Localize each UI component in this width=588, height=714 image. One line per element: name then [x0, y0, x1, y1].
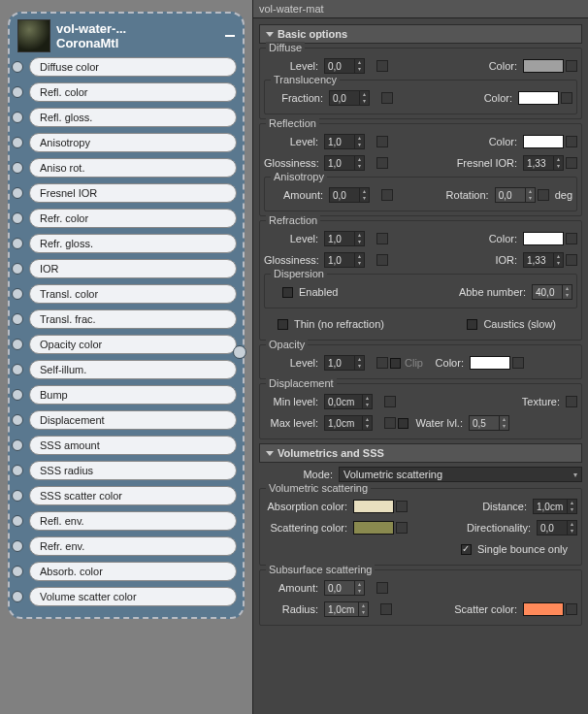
spinner[interactable]: 1,0▴▾ — [324, 252, 365, 268]
spinner[interactable]: 0,0▴▾ — [324, 58, 365, 74]
spinner[interactable]: 1,0▴▾ — [324, 355, 365, 371]
map-slot[interactable] — [376, 136, 388, 147]
slot-label[interactable]: Displacement — [29, 410, 237, 430]
input-port[interactable] — [12, 591, 23, 602]
mode-select[interactable]: Volumetric scattering — [339, 467, 582, 482]
map-slot[interactable] — [561, 92, 572, 104]
color-swatch[interactable] — [523, 135, 564, 148]
input-port[interactable] — [12, 238, 23, 249]
checkbox[interactable] — [398, 418, 408, 429]
input-port[interactable] — [12, 364, 23, 375]
color-swatch[interactable] — [353, 500, 394, 513]
map-slot[interactable] — [376, 357, 388, 369]
input-port[interactable] — [12, 137, 23, 148]
input-port[interactable] — [12, 288, 23, 300]
slot-label[interactable]: Transl. frac. — [29, 309, 237, 329]
map-slot[interactable] — [566, 233, 577, 244]
checkbox[interactable] — [467, 319, 477, 330]
map-slot[interactable] — [381, 189, 393, 201]
rollout-basic[interactable]: Basic options — [259, 24, 582, 44]
slot-label[interactable]: IOR — [29, 259, 237, 278]
input-port[interactable] — [12, 61, 23, 73]
spinner[interactable]: 1,33▴▾ — [523, 252, 564, 268]
spinner[interactable]: 1,0cm▴▾ — [324, 415, 373, 431]
map-slot[interactable] — [566, 60, 577, 72]
color-swatch[interactable] — [518, 91, 559, 105]
map-slot[interactable] — [384, 417, 396, 429]
input-port[interactable] — [12, 86, 23, 98]
input-port[interactable] — [12, 465, 23, 476]
spinner[interactable]: 1,0▴▾ — [324, 231, 365, 246]
spinner[interactable]: 0,0cm▴▾ — [324, 394, 373, 409]
slot-label[interactable]: Transl. color — [29, 284, 237, 304]
input-port[interactable] — [12, 162, 23, 174]
spinner[interactable]: 0,0▴▾ — [537, 520, 577, 536]
input-port[interactable] — [12, 187, 23, 199]
slot-label[interactable]: Refr. env. — [29, 536, 237, 556]
slot-label[interactable]: Refl. gloss. — [29, 108, 237, 127]
map-slot[interactable] — [376, 582, 388, 594]
map-slot[interactable] — [376, 254, 388, 266]
map-slot[interactable] — [566, 157, 577, 169]
map-slot[interactable] — [566, 254, 577, 266]
input-port[interactable] — [12, 389, 23, 401]
checkbox[interactable] — [282, 287, 293, 298]
checkbox[interactable] — [461, 544, 472, 555]
tab-title[interactable]: vol-water-mat — [253, 0, 588, 18]
slot-label[interactable]: SSS radius — [29, 461, 237, 480]
map-slot[interactable] — [566, 603, 577, 615]
slot-label[interactable]: Refl. env. — [29, 511, 237, 531]
input-port[interactable] — [12, 566, 23, 577]
color-swatch[interactable] — [523, 602, 564, 616]
slot-label[interactable]: Absorb. color — [29, 562, 237, 581]
input-port[interactable] — [12, 112, 23, 123]
color-swatch[interactable] — [470, 356, 510, 370]
input-port[interactable] — [12, 515, 23, 527]
slot-label[interactable]: SSS scatter color — [29, 486, 237, 505]
slot-label[interactable]: Bump — [29, 385, 237, 405]
node-output-port[interactable] — [233, 345, 246, 359]
map-slot[interactable] — [376, 233, 388, 244]
slot-label[interactable]: Refr. color — [29, 209, 237, 228]
input-port[interactable] — [12, 490, 23, 502]
spinner[interactable]: 0,0▴▾ — [329, 187, 370, 203]
slot-label[interactable]: SSS amount — [29, 436, 237, 455]
slot-label[interactable]: Diffuse color — [29, 57, 237, 77]
slot-label[interactable]: Opacity color — [29, 335, 237, 354]
spinner[interactable]: 1,0cm▴▾ — [533, 499, 577, 514]
material-node[interactable]: vol-water-... CoronaMtl Diffuse colorRef… — [8, 12, 245, 619]
map-slot[interactable] — [566, 396, 577, 407]
spinner[interactable]: 1,0▴▾ — [324, 155, 365, 171]
slot-label[interactable]: Refl. color — [29, 82, 237, 102]
slot-label[interactable]: Self-illum. — [29, 360, 237, 379]
slot-label[interactable]: Aniso rot. — [29, 158, 237, 178]
color-swatch[interactable] — [523, 59, 564, 73]
color-swatch[interactable] — [353, 521, 394, 535]
spinner[interactable]: 0,0▴▾ — [329, 90, 370, 106]
input-port[interactable] — [12, 414, 23, 426]
map-slot[interactable] — [538, 189, 549, 201]
spinner[interactable]: 1,0▴▾ — [324, 134, 365, 149]
map-slot[interactable] — [512, 357, 524, 369]
color-swatch[interactable] — [523, 232, 564, 245]
collapse-icon[interactable] — [225, 35, 235, 37]
map-slot[interactable] — [566, 136, 577, 147]
slot-label[interactable]: Refr. gloss. — [29, 234, 237, 253]
map-slot[interactable] — [376, 60, 388, 72]
checkbox[interactable] — [390, 358, 401, 369]
input-port[interactable] — [12, 439, 23, 451]
map-slot[interactable] — [376, 157, 388, 169]
checkbox[interactable] — [278, 319, 288, 330]
map-slot[interactable] — [396, 522, 408, 534]
input-port[interactable] — [12, 212, 23, 224]
slot-label[interactable]: Anisotropy — [29, 133, 237, 152]
map-slot[interactable] — [384, 396, 396, 407]
slot-label[interactable]: Fresnel IOR — [29, 183, 237, 203]
map-slot[interactable] — [396, 501, 408, 512]
map-slot[interactable] — [381, 92, 393, 104]
input-port[interactable] — [12, 540, 23, 552]
input-port[interactable] — [12, 313, 23, 325]
input-port[interactable] — [12, 263, 23, 275]
rollout-volumetrics[interactable]: Volumetrics and SSS — [259, 443, 582, 463]
map-slot[interactable] — [380, 603, 392, 615]
